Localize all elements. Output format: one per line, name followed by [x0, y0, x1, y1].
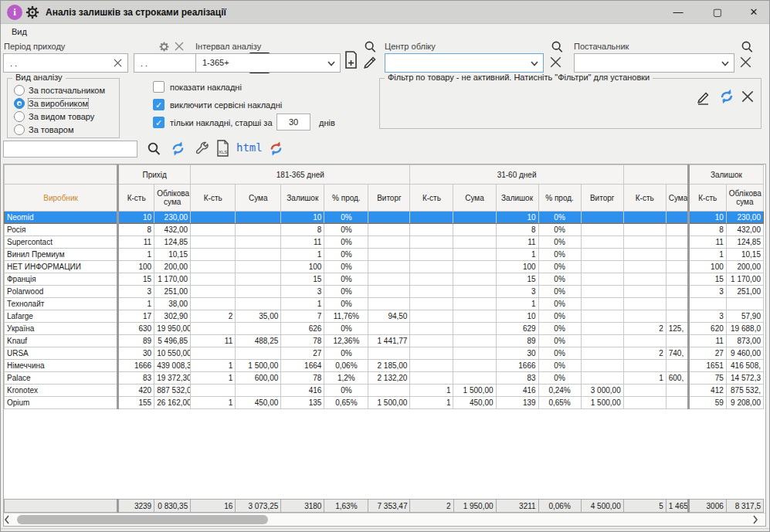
table-cell[interactable]	[666, 298, 688, 310]
table-cell[interactable]	[191, 236, 236, 249]
table-cell[interactable]: 89	[496, 335, 538, 347]
column-group-header[interactable]: 31-60 дней	[410, 165, 623, 185]
filter-refresh-icon[interactable]	[718, 88, 735, 105]
table-cell[interactable]: Винил Премиум	[5, 249, 118, 261]
analysis-radio-3[interactable]: За товаром	[14, 124, 119, 137]
table-cell[interactable]: 0%	[324, 286, 368, 298]
table-row[interactable]: URSA3010 550,00270%300%2740,279 460,00	[5, 347, 764, 360]
table-cell[interactable]	[453, 298, 496, 310]
table-cell[interactable]: 11	[496, 236, 538, 249]
table-cell[interactable]	[581, 261, 623, 273]
table-cell[interactable]	[453, 286, 496, 298]
table-cell[interactable]	[410, 298, 453, 310]
table-cell[interactable]	[453, 323, 496, 335]
table-cell[interactable]: 100	[496, 261, 538, 273]
radio-icon[interactable]	[14, 124, 25, 135]
table-cell[interactable]: 83	[496, 372, 538, 385]
table-cell[interactable]: 0%	[538, 360, 581, 372]
table-cell[interactable]	[623, 360, 666, 372]
table-cell[interactable]: 450,00	[236, 397, 281, 409]
table-cell[interactable]: 600,00	[236, 372, 281, 385]
table-cell[interactable]: 1	[281, 298, 324, 310]
table-cell[interactable]: Німеччина	[5, 360, 118, 372]
table-cell[interactable]: 124,85	[154, 236, 191, 249]
table-cell[interactable]: 8	[118, 224, 154, 236]
supplier-dropdown[interactable]	[574, 53, 734, 73]
table-cell[interactable]: 10	[496, 310, 538, 323]
horizontal-scrollbar[interactable]	[4, 513, 765, 526]
table-cell[interactable]: 11,76%	[324, 310, 368, 323]
column-header[interactable]: Сума	[453, 185, 496, 212]
table-cell[interactable]: 89	[118, 335, 154, 347]
table-cell[interactable]: 1651	[688, 360, 726, 372]
table-cell[interactable]	[581, 236, 623, 249]
table-cell[interactable]: 0%	[324, 249, 368, 261]
column-group-header[interactable]: Прихід	[118, 165, 191, 185]
table-cell[interactable]: 0%	[538, 323, 581, 335]
table-cell[interactable]: 27	[281, 347, 324, 360]
supplier-search-icon[interactable]	[741, 40, 754, 53]
table-cell[interactable]	[191, 273, 236, 286]
exclude-service-checkbox[interactable]: ✓	[153, 99, 165, 110]
table-cell[interactable]: 9 460,00	[726, 347, 763, 360]
table-cell[interactable]: 1	[191, 372, 236, 385]
table-row[interactable]: Технолайт138,0010%10%	[5, 298, 764, 310]
radio-icon[interactable]	[14, 98, 25, 109]
export-html-icon[interactable]: html	[236, 141, 263, 154]
table-cell[interactable]	[453, 310, 496, 323]
table-cell[interactable]	[623, 261, 666, 273]
table-cell[interactable]	[666, 261, 688, 273]
table-cell[interactable]: 10	[118, 212, 154, 224]
date-from-clear-icon[interactable]	[114, 59, 122, 67]
table-cell[interactable]: 1	[281, 249, 324, 261]
table-cell[interactable]	[410, 236, 453, 249]
minimize-button[interactable]: —	[663, 1, 694, 24]
table-cell[interactable]	[688, 298, 726, 310]
table-cell[interactable]: 1	[496, 249, 538, 261]
table-cell[interactable]: 0%	[538, 310, 581, 323]
table-cell[interactable]	[368, 224, 410, 236]
table-cell[interactable]	[368, 323, 410, 335]
table-cell[interactable]	[666, 397, 688, 409]
table-cell[interactable]: 1	[118, 249, 154, 261]
table-cell[interactable]	[453, 236, 496, 249]
table-cell[interactable]: Neomid	[5, 212, 118, 224]
table-cell[interactable]	[581, 286, 623, 298]
table-cell[interactable]: 251,00	[154, 286, 191, 298]
table-cell[interactable]: 450,00	[453, 397, 496, 409]
table-row[interactable]: Франція151 170,00150%150%151 170,00	[5, 273, 764, 286]
table-cell[interactable]	[453, 335, 496, 347]
table-cell[interactable]: 27	[688, 347, 726, 360]
column-header[interactable]: К-сть	[623, 185, 666, 212]
column-header[interactable]: К-сть	[191, 185, 236, 212]
table-cell[interactable]: 10	[688, 212, 726, 224]
close-button[interactable]: ✕	[738, 1, 769, 24]
table-cell[interactable]	[236, 298, 281, 310]
table-cell[interactable]: 0%	[324, 224, 368, 236]
table-cell[interactable]: 15	[281, 273, 324, 286]
table-cell[interactable]: 0,06%	[324, 360, 368, 372]
table-cell[interactable]: 626	[281, 323, 324, 335]
column-header[interactable]: Залишок	[496, 185, 538, 212]
table-cell[interactable]	[236, 286, 281, 298]
table-cell[interactable]: 38,00	[154, 298, 191, 310]
table-row[interactable]: Palace8319 372,301600,00781,2%2 132,2083…	[5, 372, 764, 385]
table-cell[interactable]: 78	[281, 372, 324, 385]
table-row[interactable]: Росія8432,0080%80%8432,00	[5, 224, 764, 236]
table-cell[interactable]	[410, 286, 453, 298]
table-cell[interactable]: 2	[623, 347, 666, 360]
table-cell[interactable]: 0%	[324, 273, 368, 286]
table-cell[interactable]: 1	[191, 397, 236, 409]
table-cell[interactable]: URSA	[5, 347, 118, 360]
table-cell[interactable]	[623, 212, 666, 224]
table-cell[interactable]: 0,24%	[538, 385, 581, 397]
table-row[interactable]: Винил Премиум110,1510%10%110,15	[5, 249, 764, 261]
table-cell[interactable]: Supercontact	[5, 236, 118, 249]
table-cell[interactable]: 0%	[538, 298, 581, 310]
column-header[interactable]: % прод.	[538, 185, 581, 212]
table-cell[interactable]	[236, 236, 281, 249]
table-cell[interactable]: Технолайт	[5, 298, 118, 310]
table-cell[interactable]: 302,90	[154, 310, 191, 323]
table-cell[interactable]	[581, 335, 623, 347]
supplier-clear-icon[interactable]	[740, 56, 751, 68]
